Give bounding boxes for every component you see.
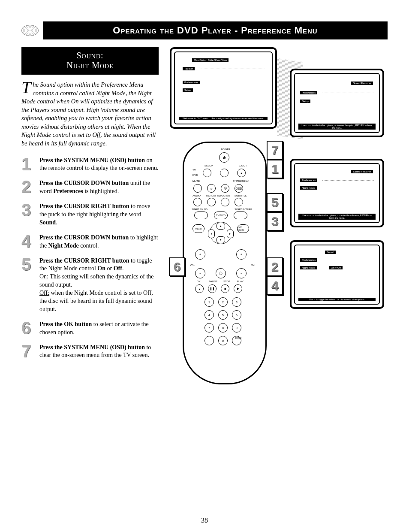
osd-hint: Use → to toggle the values ↓ or ↑ to mov…	[298, 298, 376, 301]
vol-minus-icon: −	[195, 268, 205, 278]
repeat-button-icon	[207, 198, 216, 206]
keypad-4-icon: 4	[204, 310, 214, 320]
step-number: 7	[21, 344, 34, 360]
keypad-1-icon: 1	[204, 297, 214, 307]
step-number: 6	[21, 320, 34, 337]
step-row: 3Press the CURSOR RIGHT button to move t…	[21, 203, 159, 227]
pause-button-icon: ❚❚	[208, 284, 217, 293]
step-body: Press the CURSOR RIGHT button to toggle …	[39, 257, 159, 314]
stop-button-icon: ■	[221, 284, 229, 293]
step-body: Press the SYSTEM MENU (OSD) button on th…	[39, 157, 159, 173]
osd-item: Preferences	[300, 258, 317, 262]
label-smartsound: SMART SOUND	[192, 208, 208, 211]
audio-button-icon	[193, 198, 202, 206]
label-ch: CH	[251, 264, 255, 266]
remote-diagram: POWER ⏻ SLEEP EJECT TV DVD ▲ MUTE SYSTEM…	[183, 142, 267, 384]
label-disc: DISC	[235, 337, 241, 339]
keypad-2-icon: 2	[218, 297, 228, 307]
osd-button-icon: OSD	[235, 184, 243, 193]
vol-plus-icon: +	[195, 249, 205, 260]
callout-3: 3	[267, 212, 283, 231]
label-sleep: SLEEP	[204, 164, 213, 167]
cursor-up-icon: ▴	[217, 223, 225, 230]
label-power: POWER	[221, 148, 231, 151]
section-subtitle: Sound: Night Mode	[21, 47, 159, 75]
label-mute: MUTE	[192, 180, 200, 182]
callout-6: 6	[169, 257, 185, 276]
label-ok: OK	[197, 280, 201, 283]
tv-screen-main: Play Option Slide Show View Toolbar Pref…	[170, 47, 277, 129]
step-row: 5Press the CURSOR RIGHT button to toggle…	[21, 257, 159, 314]
step-row: 1Press the SYSTEM MENU (OSD) button on t…	[21, 157, 159, 173]
step-number: 5	[21, 257, 34, 314]
page-number: 38	[0, 517, 409, 524]
repeatab-button-icon	[221, 198, 229, 206]
face1-button-icon: ☺	[207, 184, 216, 193]
step-body: Press the SYSTEM MENU (OSD) button to cl…	[39, 344, 159, 360]
ch-minus-icon: −	[236, 268, 247, 278]
ok-button-icon: ●	[195, 284, 204, 293]
step-number: 1	[21, 157, 34, 173]
intro-paragraph: T he Sound option within the Preference …	[21, 81, 159, 148]
callout-5: 5	[267, 193, 283, 212]
callout-7: 7	[267, 141, 283, 160]
tv-screen-3: Sound Preferences Night mode On ● Off Us…	[290, 240, 384, 309]
osd-item: Setup	[300, 100, 310, 103]
step-body: Press the OK button to select or activat…	[39, 320, 159, 337]
step-body: Press the CURSOR DOWN button to highligh…	[39, 234, 159, 250]
tvdvd-button-icon: TV/DVD	[214, 212, 228, 219]
keypad-7-icon: 7	[204, 323, 214, 332]
osd-hint: Use ← or → to select other options, ↓ to…	[298, 214, 376, 220]
osd-item: Preferences	[183, 81, 200, 84]
label-subtitle: SUBTITLE	[235, 194, 247, 197]
step-number: 2	[21, 179, 34, 196]
blank-button-icon	[220, 169, 229, 177]
dropcap: T	[21, 81, 33, 94]
osd-item: Preferences	[300, 91, 317, 94]
osd-item: Night mode	[300, 186, 317, 190]
keypad-extra-left-icon	[204, 336, 214, 345]
power-button-icon: ⏻	[219, 152, 229, 163]
step-body: Press the CURSOR RIGHT button to move th…	[39, 203, 159, 227]
osd-opts: On ● Off	[329, 266, 343, 269]
label-dvd: DVD	[192, 174, 198, 176]
keypad-5-icon: 5	[218, 310, 228, 320]
step-number: 3	[21, 203, 34, 227]
osd-hint: Welcome to DVD menu. Use navigation keys…	[179, 117, 268, 120]
osd-item: Setup	[183, 88, 193, 92]
face2-button-icon: ☹	[221, 184, 229, 193]
keypad-9-icon: 9	[232, 323, 241, 332]
label-repeatab: REPEAT A-B	[217, 194, 230, 197]
step-body: Press the CURSOR DOWN button until the w…	[39, 179, 159, 196]
osd-cols: Sound Features	[351, 82, 373, 85]
keypad-6-icon: 6	[232, 310, 241, 320]
label-eject: EJECT	[239, 164, 247, 167]
step-row: 7Press the SYSTEM MENU (OSD) button to c…	[21, 344, 159, 360]
cursor-down-icon: ▾	[217, 236, 225, 243]
osd-cols: Sound Features	[351, 170, 373, 173]
eject-button-icon: ▲	[237, 169, 246, 177]
diagram-area: Play Option Slide Show View Toolbar Pref…	[170, 47, 384, 433]
dvdmenu-button-icon: DVD MENU	[237, 224, 249, 233]
disc-icon	[21, 25, 39, 36]
label-system: SYSTEM MENU	[233, 180, 249, 182]
play-button-icon: ▶	[234, 284, 242, 293]
osd-cols: Sound	[325, 251, 336, 254]
keypad-3-icon: 3	[232, 297, 241, 307]
mute2-button-icon: ◯	[216, 268, 226, 278]
osd-hint: Use ↑ or ↓ to select other options, → to…	[298, 124, 376, 130]
keypad-0-icon: 0	[218, 336, 228, 345]
label-tv: TV	[192, 169, 196, 171]
label-pause: PAUSE	[209, 280, 217, 283]
step-row: 4Press the CURSOR DOWN button to highlig…	[21, 234, 159, 250]
osd-topbar: Play Option Slide Show View	[192, 58, 229, 62]
smartsound-button-icon	[194, 212, 208, 219]
label-vol: VOL	[190, 264, 195, 266]
cursor-left-icon: ◂	[208, 230, 215, 238]
step-row: 2Press the CURSOR DOWN button until the …	[21, 179, 159, 196]
mute-button-icon	[193, 184, 202, 193]
keypad-8-icon: 8	[218, 323, 228, 332]
label-play: PLAY	[237, 280, 244, 283]
smartpic-button-icon	[234, 212, 247, 219]
osd-item: Night mode	[300, 266, 317, 269]
